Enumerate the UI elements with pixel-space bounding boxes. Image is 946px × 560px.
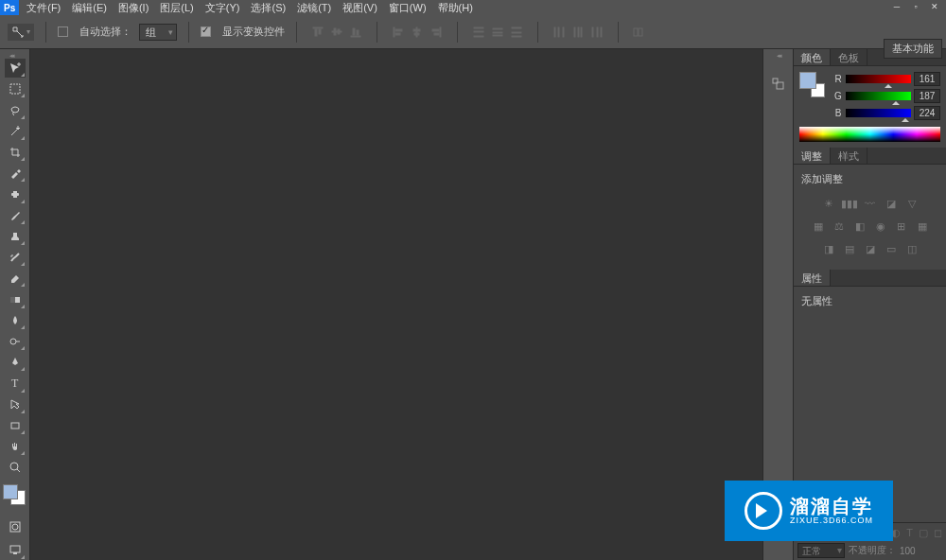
healing-tool[interactable] xyxy=(5,184,26,203)
colorlookup-icon[interactable]: ▦ xyxy=(915,219,930,234)
history-brush-tool[interactable] xyxy=(5,248,26,267)
dist-top-icon[interactable] xyxy=(469,23,488,42)
minimize-button[interactable]: ─ xyxy=(889,0,904,13)
g-value[interactable]: 187 xyxy=(914,89,940,103)
threshold-icon[interactable]: ◪ xyxy=(863,241,878,256)
pen-tool[interactable] xyxy=(5,353,26,372)
shape-tool[interactable] xyxy=(5,416,26,435)
dist-vcenter-icon[interactable] xyxy=(488,23,507,42)
svg-rect-4 xyxy=(334,28,336,35)
properties-tab[interactable]: 属性 xyxy=(794,270,831,286)
svg-rect-5 xyxy=(338,29,340,34)
adjustments-tab[interactable]: 调整 xyxy=(794,148,831,164)
dist-bottom-icon[interactable] xyxy=(507,23,526,42)
foreground-color[interactable] xyxy=(3,484,18,499)
quickmask-tool[interactable] xyxy=(5,516,26,537)
svg-rect-30 xyxy=(574,27,575,37)
auto-align-icon[interactable] xyxy=(630,23,649,42)
brush-tool[interactable] xyxy=(5,206,26,225)
layer-filter-smart-icon[interactable]: ◻ xyxy=(934,527,942,539)
color-tab[interactable]: 颜色 xyxy=(794,49,831,65)
swatches-tab[interactable]: 色板 xyxy=(831,49,867,65)
brightness-icon[interactable]: ☀ xyxy=(821,196,836,211)
menu-file[interactable]: 文件(F) xyxy=(26,1,61,15)
maximize-button[interactable]: ▫ xyxy=(908,0,923,13)
crop-tool[interactable] xyxy=(5,143,26,162)
layer-filter-type-icon[interactable]: T xyxy=(906,527,913,539)
path-select-tool[interactable] xyxy=(5,395,26,414)
color-spectrum[interactable] xyxy=(799,127,940,142)
menu-view[interactable]: 视图(V) xyxy=(342,1,377,15)
svg-rect-15 xyxy=(440,27,441,37)
blur-tool[interactable] xyxy=(5,311,26,330)
selectivecolor-icon[interactable]: ◫ xyxy=(904,241,920,256)
r-label: R xyxy=(833,74,843,84)
vibrance-icon[interactable]: ▽ xyxy=(904,196,920,211)
photofilter-icon[interactable]: ◉ xyxy=(873,219,888,234)
g-slider[interactable] xyxy=(846,92,911,100)
gradient-tool[interactable] xyxy=(5,289,26,308)
menu-help[interactable]: 帮助(H) xyxy=(438,1,473,15)
auto-select-dropdown[interactable]: 组 xyxy=(139,24,177,41)
r-slider[interactable] xyxy=(846,75,911,83)
dist-hcenter-icon[interactable] xyxy=(569,23,587,42)
menu-image[interactable]: 图像(I) xyxy=(118,1,149,15)
align-hcenter-icon[interactable] xyxy=(408,23,427,42)
type-tool[interactable]: T xyxy=(5,374,26,393)
gradmap-icon[interactable]: ▭ xyxy=(884,241,899,256)
b-slider[interactable] xyxy=(846,109,911,117)
eraser-tool[interactable] xyxy=(5,269,26,288)
colorbalance-icon[interactable]: ⚖ xyxy=(832,219,847,234)
posterize-icon[interactable]: ▤ xyxy=(842,241,857,256)
svg-rect-33 xyxy=(592,27,593,37)
align-top-icon[interactable] xyxy=(308,23,327,42)
tool-preset-picker[interactable]: ▾ xyxy=(8,24,34,41)
menu-edit[interactable]: 编辑(E) xyxy=(72,1,107,15)
hand-tool[interactable] xyxy=(5,437,26,456)
svg-rect-35 xyxy=(601,27,602,37)
lasso-tool[interactable] xyxy=(5,100,26,119)
exposure-icon[interactable]: ◪ xyxy=(884,196,899,211)
opacity-value[interactable]: 100 xyxy=(900,546,916,556)
zoom-tool[interactable] xyxy=(5,458,26,477)
show-transform-checkbox[interactable] xyxy=(201,26,211,37)
align-controls xyxy=(308,23,365,42)
align-right-icon[interactable] xyxy=(427,23,446,42)
marquee-tool[interactable] xyxy=(5,79,26,98)
dist-right-icon[interactable] xyxy=(587,23,606,42)
eyedropper-tool[interactable] xyxy=(5,164,26,183)
dodge-tool[interactable] xyxy=(5,332,26,351)
menu-window[interactable]: 窗口(W) xyxy=(389,1,427,15)
channelmixer-icon[interactable]: ⊞ xyxy=(894,219,909,234)
wand-tool[interactable] xyxy=(5,122,26,141)
align-vcenter-icon[interactable] xyxy=(327,23,346,42)
workspace-essentials-button[interactable]: 基本功能 xyxy=(884,39,942,59)
history-panel-icon[interactable] xyxy=(768,74,789,95)
blend-mode-select[interactable]: 正常 xyxy=(797,543,845,558)
menu-filter[interactable]: 滤镜(T) xyxy=(297,1,331,15)
align-left-icon[interactable] xyxy=(389,23,408,42)
stamp-tool[interactable] xyxy=(5,227,26,246)
styles-tab[interactable]: 样式 xyxy=(831,148,867,164)
b-value[interactable]: 224 xyxy=(914,106,940,120)
layer-filter-shape-icon[interactable]: ▢ xyxy=(919,527,928,539)
menu-layer[interactable]: 图层(L) xyxy=(160,1,193,15)
levels-icon[interactable]: ▮▮▮ xyxy=(842,196,857,211)
invert-icon[interactable]: ◨ xyxy=(821,241,836,256)
screenmode-tool[interactable] xyxy=(5,539,26,560)
r-value[interactable]: 161 xyxy=(914,72,940,86)
options-bar: ▾ 自动选择： 组 显示变换控件 基本功能 xyxy=(0,15,946,49)
hue-icon[interactable]: ▦ xyxy=(811,219,826,234)
dist-left-icon[interactable] xyxy=(550,23,569,42)
move-tool[interactable] xyxy=(5,59,26,78)
curves-icon[interactable]: 〰 xyxy=(863,196,878,211)
align-bottom-icon[interactable] xyxy=(346,23,365,42)
color-swatches[interactable] xyxy=(3,484,27,509)
canvas-area[interactable] xyxy=(30,49,762,560)
bw-icon[interactable]: ◧ xyxy=(852,219,867,234)
close-button[interactable]: ✕ xyxy=(927,0,942,13)
menu-select[interactable]: 选择(S) xyxy=(251,1,286,15)
auto-select-checkbox[interactable] xyxy=(58,26,68,37)
menu-type[interactable]: 文字(Y) xyxy=(205,1,240,15)
panel-color-swatches[interactable] xyxy=(799,72,820,93)
